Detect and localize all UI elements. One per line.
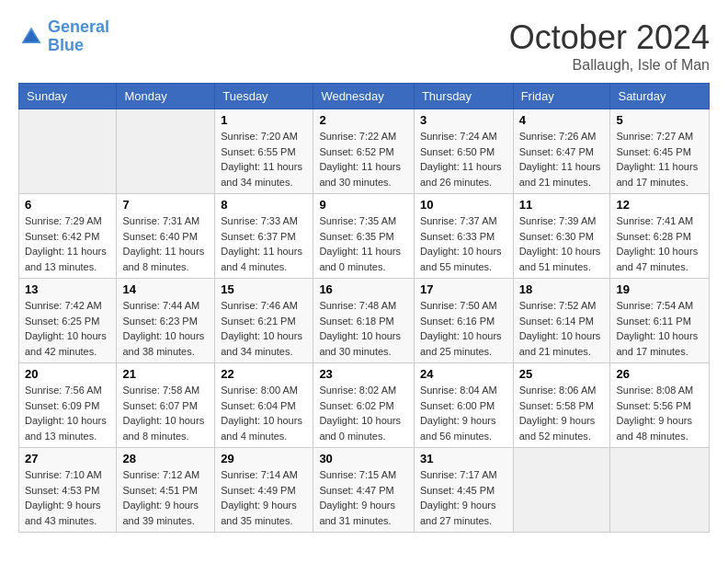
day-info: Sunrise: 7:27 AM Sunset: 6:45 PM Dayligh…	[616, 129, 703, 190]
day-info: Sunrise: 7:14 AM Sunset: 4:49 PM Dayligh…	[221, 467, 307, 528]
day-number: 9	[319, 198, 408, 212]
day-info: Sunrise: 7:33 AM Sunset: 6:37 PM Dayligh…	[221, 213, 307, 274]
day-number: 18	[519, 282, 605, 296]
day-info: Sunrise: 7:12 AM Sunset: 4:51 PM Dayligh…	[122, 467, 209, 528]
day-number: 22	[221, 367, 307, 381]
calendar-cell: 19Sunrise: 7:54 AM Sunset: 6:11 PM Dayli…	[610, 279, 710, 363]
day-info: Sunrise: 7:22 AM Sunset: 6:52 PM Dayligh…	[319, 129, 408, 190]
day-number: 27	[25, 452, 110, 465]
day-number: 7	[122, 198, 209, 212]
logo-line2: Blue	[48, 36, 84, 54]
calendar-cell: 3Sunrise: 7:24 AM Sunset: 6:50 PM Daylig…	[414, 109, 513, 194]
day-info: Sunrise: 7:24 AM Sunset: 6:50 PM Dayligh…	[420, 129, 507, 190]
day-info: Sunrise: 7:39 AM Sunset: 6:30 PM Dayligh…	[519, 213, 605, 274]
calendar-cell: 22Sunrise: 8:00 AM Sunset: 6:04 PM Dayli…	[215, 363, 313, 448]
calendar-cell: 11Sunrise: 7:39 AM Sunset: 6:30 PM Dayli…	[513, 194, 610, 279]
calendar-week-row: 20Sunrise: 7:56 AM Sunset: 6:09 PM Dayli…	[19, 363, 710, 448]
weekday-header: Monday	[117, 84, 215, 109]
day-info: Sunrise: 7:46 AM Sunset: 6:21 PM Dayligh…	[221, 298, 307, 359]
day-info: Sunrise: 7:48 AM Sunset: 6:18 PM Dayligh…	[319, 298, 408, 359]
day-number: 25	[519, 367, 605, 381]
weekday-header: Friday	[513, 84, 610, 109]
day-number: 8	[221, 198, 307, 212]
title-block: October 2024 Ballaugh, Isle of Man	[509, 18, 710, 74]
day-number: 19	[616, 282, 703, 296]
day-info: Sunrise: 7:54 AM Sunset: 6:11 PM Dayligh…	[616, 298, 703, 359]
calendar-cell: 5Sunrise: 7:27 AM Sunset: 6:45 PM Daylig…	[610, 109, 710, 194]
calendar-cell: 24Sunrise: 8:04 AM Sunset: 6:00 PM Dayli…	[414, 363, 513, 448]
day-info: Sunrise: 7:42 AM Sunset: 6:25 PM Dayligh…	[25, 298, 110, 359]
logo-line1: General	[48, 17, 109, 36]
day-number: 21	[122, 367, 209, 381]
day-number: 30	[319, 452, 408, 465]
page-header: General Blue October 2024 Ballaugh, Isle…	[18, 18, 710, 74]
month-title: October 2024	[509, 18, 710, 57]
day-number: 11	[519, 198, 605, 212]
calendar-cell: 23Sunrise: 8:02 AM Sunset: 6:02 PM Dayli…	[313, 363, 415, 448]
day-info: Sunrise: 7:56 AM Sunset: 6:09 PM Dayligh…	[25, 383, 110, 443]
day-info: Sunrise: 7:20 AM Sunset: 6:55 PM Dayligh…	[221, 129, 307, 190]
calendar-table: SundayMondayTuesdayWednesdayThursdayFrid…	[18, 83, 710, 533]
day-info: Sunrise: 7:58 AM Sunset: 6:07 PM Dayligh…	[122, 383, 209, 443]
day-number: 28	[122, 452, 209, 465]
day-number: 14	[122, 282, 209, 296]
calendar-cell: 17Sunrise: 7:50 AM Sunset: 6:16 PM Dayli…	[414, 279, 513, 363]
weekday-header-row: SundayMondayTuesdayWednesdayThursdayFrid…	[19, 84, 710, 109]
calendar-cell: 9Sunrise: 7:35 AM Sunset: 6:35 PM Daylig…	[313, 194, 415, 279]
logo-text: General Blue	[48, 18, 109, 55]
calendar-cell: 1Sunrise: 7:20 AM Sunset: 6:55 PM Daylig…	[215, 109, 313, 194]
calendar-cell: 18Sunrise: 7:52 AM Sunset: 6:14 PM Dayli…	[513, 279, 610, 363]
calendar-cell	[117, 109, 215, 194]
day-info: Sunrise: 8:04 AM Sunset: 6:00 PM Dayligh…	[420, 383, 507, 443]
day-info: Sunrise: 8:02 AM Sunset: 6:02 PM Dayligh…	[319, 383, 408, 443]
day-number: 4	[519, 113, 605, 127]
day-info: Sunrise: 7:26 AM Sunset: 6:47 PM Dayligh…	[519, 129, 605, 190]
day-info: Sunrise: 7:41 AM Sunset: 6:28 PM Dayligh…	[616, 213, 703, 274]
day-number: 20	[25, 367, 110, 381]
calendar-cell: 15Sunrise: 7:46 AM Sunset: 6:21 PM Dayli…	[215, 279, 313, 363]
day-number: 2	[319, 113, 408, 127]
weekday-header: Saturday	[610, 84, 710, 109]
day-info: Sunrise: 7:44 AM Sunset: 6:23 PM Dayligh…	[122, 298, 209, 359]
calendar-cell: 14Sunrise: 7:44 AM Sunset: 6:23 PM Dayli…	[117, 279, 215, 363]
calendar-cell: 4Sunrise: 7:26 AM Sunset: 6:47 PM Daylig…	[513, 109, 610, 194]
day-number: 6	[25, 198, 110, 212]
calendar-week-row: 13Sunrise: 7:42 AM Sunset: 6:25 PM Dayli…	[19, 279, 710, 363]
day-number: 23	[319, 367, 408, 381]
day-number: 26	[616, 367, 703, 381]
day-info: Sunrise: 7:10 AM Sunset: 4:53 PM Dayligh…	[25, 467, 110, 528]
calendar-week-row: 27Sunrise: 7:10 AM Sunset: 4:53 PM Dayli…	[19, 448, 710, 533]
calendar-cell: 25Sunrise: 8:06 AM Sunset: 5:58 PM Dayli…	[513, 363, 610, 448]
day-info: Sunrise: 7:35 AM Sunset: 6:35 PM Dayligh…	[319, 213, 408, 274]
calendar-cell: 7Sunrise: 7:31 AM Sunset: 6:40 PM Daylig…	[117, 194, 215, 279]
logo-icon	[18, 24, 44, 50]
day-number: 13	[25, 282, 110, 296]
calendar-week-row: 1Sunrise: 7:20 AM Sunset: 6:55 PM Daylig…	[19, 109, 710, 194]
day-info: Sunrise: 8:06 AM Sunset: 5:58 PM Dayligh…	[519, 383, 605, 443]
day-info: Sunrise: 7:50 AM Sunset: 6:16 PM Dayligh…	[420, 298, 507, 359]
calendar-cell: 30Sunrise: 7:15 AM Sunset: 4:47 PM Dayli…	[313, 448, 415, 533]
day-info: Sunrise: 7:29 AM Sunset: 6:42 PM Dayligh…	[25, 213, 110, 274]
calendar-week-row: 6Sunrise: 7:29 AM Sunset: 6:42 PM Daylig…	[19, 194, 710, 279]
calendar-cell: 21Sunrise: 7:58 AM Sunset: 6:07 PM Dayli…	[117, 363, 215, 448]
weekday-header: Thursday	[414, 84, 513, 109]
day-number: 31	[420, 452, 507, 465]
day-number: 24	[420, 367, 507, 381]
calendar-cell: 8Sunrise: 7:33 AM Sunset: 6:37 PM Daylig…	[215, 194, 313, 279]
calendar-cell: 12Sunrise: 7:41 AM Sunset: 6:28 PM Dayli…	[610, 194, 710, 279]
day-number: 1	[221, 113, 307, 127]
calendar-cell: 28Sunrise: 7:12 AM Sunset: 4:51 PM Dayli…	[117, 448, 215, 533]
day-number: 29	[221, 452, 307, 465]
day-info: Sunrise: 8:08 AM Sunset: 5:56 PM Dayligh…	[616, 383, 703, 443]
day-number: 16	[319, 282, 408, 296]
day-info: Sunrise: 7:52 AM Sunset: 6:14 PM Dayligh…	[519, 298, 605, 359]
calendar-cell: 2Sunrise: 7:22 AM Sunset: 6:52 PM Daylig…	[313, 109, 415, 194]
calendar-cell: 29Sunrise: 7:14 AM Sunset: 4:49 PM Dayli…	[215, 448, 313, 533]
day-info: Sunrise: 7:15 AM Sunset: 4:47 PM Dayligh…	[319, 467, 408, 528]
calendar-cell: 31Sunrise: 7:17 AM Sunset: 4:45 PM Dayli…	[414, 448, 513, 533]
day-info: Sunrise: 7:37 AM Sunset: 6:33 PM Dayligh…	[420, 213, 507, 274]
day-number: 5	[616, 113, 703, 127]
calendar-cell: 10Sunrise: 7:37 AM Sunset: 6:33 PM Dayli…	[414, 194, 513, 279]
day-info: Sunrise: 8:00 AM Sunset: 6:04 PM Dayligh…	[221, 383, 307, 443]
calendar-cell	[19, 109, 117, 194]
